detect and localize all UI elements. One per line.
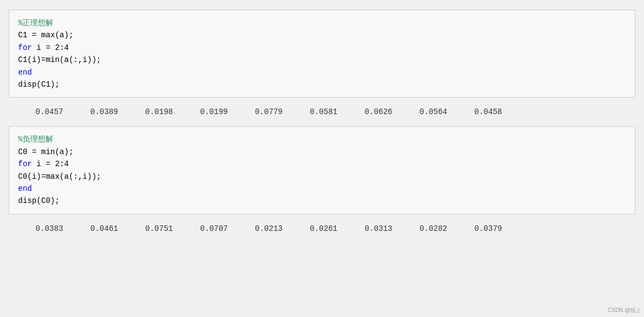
output-val-1: 0.0389 <box>77 107 132 116</box>
line-n4: C0(i)=max(a(:,i)); <box>18 171 626 183</box>
line-n6: disp(C0); <box>18 195 626 207</box>
output-n-val-6: 0.0313 <box>351 224 406 233</box>
keyword-for-1: for <box>18 43 32 52</box>
output-n-val-3: 0.0707 <box>187 224 241 233</box>
comment-negative: %负理想解 <box>18 135 53 144</box>
output-val-8: 0.0458 <box>461 107 516 116</box>
output-val-0: 0.0457 <box>22 107 77 116</box>
line-1: %正理想解 <box>18 17 626 29</box>
code-disp-c0: disp(C0); <box>18 196 60 205</box>
line-5: end <box>18 66 626 78</box>
watermark: CSDN @组上 <box>608 307 641 314</box>
comment-positive: %正理想解 <box>18 19 53 27</box>
line-3: for i = 2:4 <box>18 42 626 54</box>
line-n1: %负理想解 <box>18 133 626 145</box>
negative-ideal-code-block: %负理想解 C0 = min(a); for i = 2:4 C0(i)=max… <box>9 126 635 214</box>
output-val-6: 0.0626 <box>351 107 406 116</box>
output-val-7: 0.0564 <box>406 107 461 116</box>
line-6: disp(C1); <box>18 78 626 90</box>
positive-ideal-code-block: %正理想解 C1 = max(a); for i = 2:4 C1(i)=min… <box>9 10 635 98</box>
output-n-val-4: 0.0213 <box>241 224 296 233</box>
code-c0-assign: C0 = min(a); <box>18 148 74 156</box>
output-n-val-5: 0.0261 <box>296 224 351 233</box>
output-n-val-1: 0.0461 <box>77 224 132 233</box>
line-n5: end <box>18 183 626 195</box>
code-c0-max: C0(i)=max(a(:,i)); <box>18 172 101 181</box>
positive-ideal-section: %正理想解 C1 = max(a); for i = 2:4 C1(i)=min… <box>0 10 644 122</box>
output-n-val-0: 0.0383 <box>22 224 77 233</box>
keyword-for-2: for <box>18 160 32 168</box>
code-for-range-1: i = 2:4 <box>32 43 69 52</box>
output-val-2: 0.0198 <box>132 107 187 116</box>
code-content: %正理想解 C1 = max(a); for i = 2:4 C1(i)=min… <box>18 17 626 90</box>
output-val-3: 0.0199 <box>187 107 241 116</box>
page-container: %正理想解 C1 = max(a); for i = 2:4 C1(i)=min… <box>0 10 644 239</box>
output-n-val-2: 0.0751 <box>132 224 187 233</box>
positive-ideal-output: 0.0457 0.0389 0.0198 0.0199 0.0779 0.058… <box>0 102 644 122</box>
output-n-val-8: 0.0379 <box>461 224 516 233</box>
code-c1-assign: C1 = max(a); <box>18 31 74 39</box>
output-n-val-7: 0.0282 <box>406 224 461 233</box>
code-content-2: %负理想解 C0 = min(a); for i = 2:4 C0(i)=max… <box>18 133 626 207</box>
negative-ideal-section: %负理想解 C0 = min(a); for i = 2:4 C0(i)=max… <box>0 126 644 238</box>
code-for-range-2: i = 2:4 <box>32 160 69 168</box>
line-4: C1(i)=min(a(:,i)); <box>18 54 626 66</box>
line-n3: for i = 2:4 <box>18 158 626 170</box>
keyword-end-2: end <box>18 184 32 193</box>
output-val-5: 0.0581 <box>296 107 351 116</box>
keyword-end-1: end <box>18 68 32 77</box>
code-c1-min: C1(i)=min(a(:,i)); <box>18 55 101 64</box>
output-val-4: 0.0779 <box>241 107 296 116</box>
code-disp-c1: disp(C1); <box>18 80 60 89</box>
negative-ideal-output: 0.0383 0.0461 0.0751 0.0707 0.0213 0.026… <box>0 219 644 239</box>
line-n2: C0 = min(a); <box>18 146 626 158</box>
line-2: C1 = max(a); <box>18 29 626 41</box>
